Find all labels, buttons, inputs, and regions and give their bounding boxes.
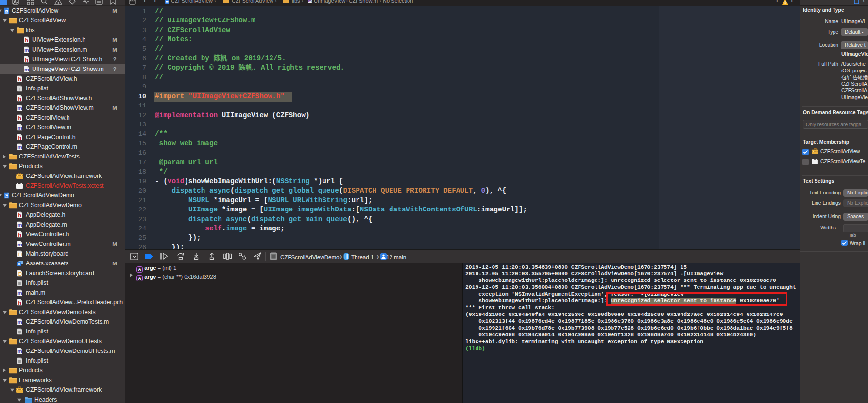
svg-text:m: m [17, 105, 22, 111]
svg-text:m: m [17, 349, 22, 354]
svg-text:h: h [18, 135, 21, 140]
svg-text:m: m [17, 242, 22, 247]
svg-text:h: h [18, 300, 21, 306]
svg-text:m: m [17, 144, 22, 150]
svg-text:h: h [18, 76, 21, 82]
svg-text:m: m [17, 290, 22, 296]
svg-text:m: m [17, 125, 22, 131]
svg-text:h: h [18, 212, 21, 218]
svg-text:m: m [308, 0, 311, 3]
svg-text:m: m [24, 67, 29, 72]
svg-text:h: h [18, 232, 21, 238]
svg-text:h: h [18, 115, 21, 121]
svg-text:h: h [18, 96, 21, 102]
svg-text:m: m [24, 47, 29, 53]
svg-text:h: h [25, 57, 28, 63]
svg-text:m: m [17, 319, 22, 325]
svg-text:m: m [17, 222, 22, 228]
svg-text:h: h [25, 37, 28, 43]
